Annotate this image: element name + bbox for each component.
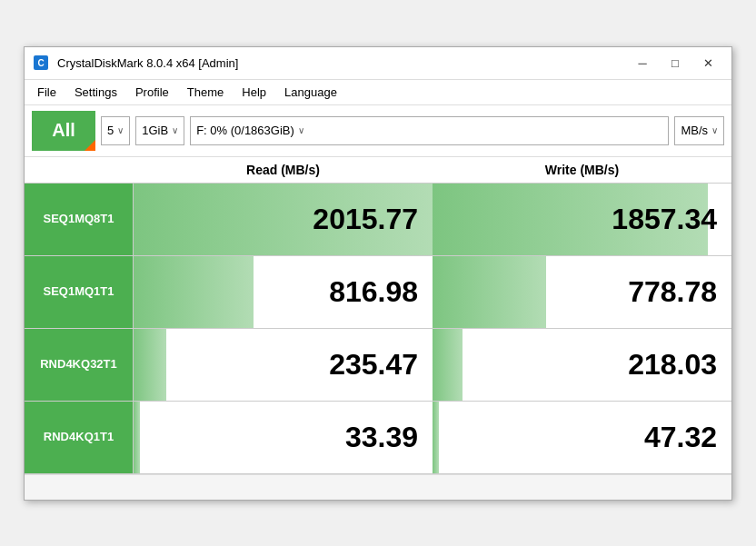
header-read: Read (MB/s) bbox=[134, 157, 433, 183]
write-cell-3: 47.32 bbox=[433, 402, 731, 473]
all-button[interactable]: All bbox=[32, 111, 95, 151]
write-value-3: 47.32 bbox=[644, 421, 717, 454]
write-value-2: 218.03 bbox=[628, 348, 717, 382]
read-value-1: 816.98 bbox=[329, 275, 418, 309]
count-dropdown[interactable]: 5 ∨ bbox=[101, 116, 130, 145]
read-cell-0: 2015.77 bbox=[134, 184, 433, 255]
row-label-2: RND4K Q32T1 bbox=[25, 329, 134, 401]
unit-value: MB/s bbox=[681, 124, 708, 137]
menu-settings[interactable]: Settings bbox=[65, 82, 126, 103]
menu-bar: File Settings Profile Theme Help Languag… bbox=[25, 80, 731, 105]
minimize-button[interactable]: ─ bbox=[626, 52, 659, 74]
read-value-0: 2015.77 bbox=[313, 203, 418, 236]
read-cell-3: 33.39 bbox=[134, 402, 433, 473]
title-bar: C CrystalDiskMark 8.0.4 x64 [Admin] ─ □ … bbox=[25, 47, 731, 80]
count-chevron: ∨ bbox=[117, 125, 124, 135]
table-row: SEQ1M Q1T1 816.98 778.78 bbox=[25, 256, 731, 329]
close-button[interactable]: ✕ bbox=[691, 52, 724, 74]
app-window: C CrystalDiskMark 8.0.4 x64 [Admin] ─ □ … bbox=[24, 46, 732, 501]
svg-text:C: C bbox=[37, 58, 44, 68]
menu-language[interactable]: Language bbox=[275, 82, 346, 103]
row-label-0: SEQ1M Q8T1 bbox=[25, 184, 134, 255]
drive-chevron: ∨ bbox=[298, 125, 304, 135]
table-header: Read (MB/s) Write (MB/s) bbox=[25, 157, 731, 184]
read-value-2: 235.47 bbox=[329, 348, 418, 382]
menu-profile[interactable]: Profile bbox=[126, 82, 178, 103]
menu-theme[interactable]: Theme bbox=[178, 82, 233, 103]
size-dropdown[interactable]: 1GiB ∨ bbox=[135, 116, 184, 145]
minimize-icon: ─ bbox=[638, 56, 646, 70]
close-icon: ✕ bbox=[703, 56, 713, 70]
app-icon: C bbox=[32, 54, 50, 72]
write-value-0: 1857.34 bbox=[612, 203, 717, 236]
title-bar-left: C CrystalDiskMark 8.0.4 x64 [Admin] bbox=[32, 54, 238, 72]
write-cell-2: 218.03 bbox=[433, 329, 731, 401]
count-value: 5 bbox=[107, 124, 114, 137]
benchmark-table: Read (MB/s) Write (MB/s) SEQ1M Q8T1 2015… bbox=[25, 157, 731, 474]
header-label-cell bbox=[25, 157, 134, 183]
menu-file[interactable]: File bbox=[28, 82, 65, 103]
table-row: SEQ1M Q8T1 2015.77 1857.34 bbox=[25, 184, 731, 256]
header-write: Write (MB/s) bbox=[433, 157, 731, 183]
write-cell-1: 778.78 bbox=[433, 256, 731, 328]
write-value-1: 778.78 bbox=[628, 275, 717, 309]
unit-dropdown[interactable]: MB/s ∨ bbox=[674, 116, 724, 145]
size-chevron: ∨ bbox=[172, 125, 178, 135]
read-value-3: 33.39 bbox=[345, 421, 418, 454]
title-buttons: ─ □ ✕ bbox=[626, 52, 724, 74]
read-cell-1: 816.98 bbox=[134, 256, 433, 328]
row-label-1: SEQ1M Q1T1 bbox=[25, 256, 134, 328]
size-value: 1GiB bbox=[142, 124, 168, 137]
table-row: RND4K Q32T1 235.47 218.03 bbox=[25, 329, 731, 402]
drive-dropdown[interactable]: F: 0% (0/1863GiB) ∨ bbox=[190, 116, 669, 145]
read-cell-2: 235.47 bbox=[134, 329, 433, 401]
unit-chevron: ∨ bbox=[711, 125, 718, 135]
menu-help[interactable]: Help bbox=[233, 82, 275, 103]
window-title: CrystalDiskMark 8.0.4 x64 [Admin] bbox=[57, 56, 238, 70]
maximize-button[interactable]: □ bbox=[659, 52, 691, 74]
drive-value: F: 0% (0/1863GiB) bbox=[196, 124, 294, 137]
write-cell-0: 1857.34 bbox=[433, 184, 731, 255]
maximize-icon: □ bbox=[671, 56, 679, 70]
status-bar bbox=[25, 474, 731, 500]
table-row: RND4K Q1T1 33.39 47.32 bbox=[25, 402, 731, 474]
toolbar: All 5 ∨ 1GiB ∨ F: 0% (0/1863GiB) ∨ MB/s … bbox=[25, 105, 731, 157]
row-label-3: RND4K Q1T1 bbox=[25, 402, 134, 473]
